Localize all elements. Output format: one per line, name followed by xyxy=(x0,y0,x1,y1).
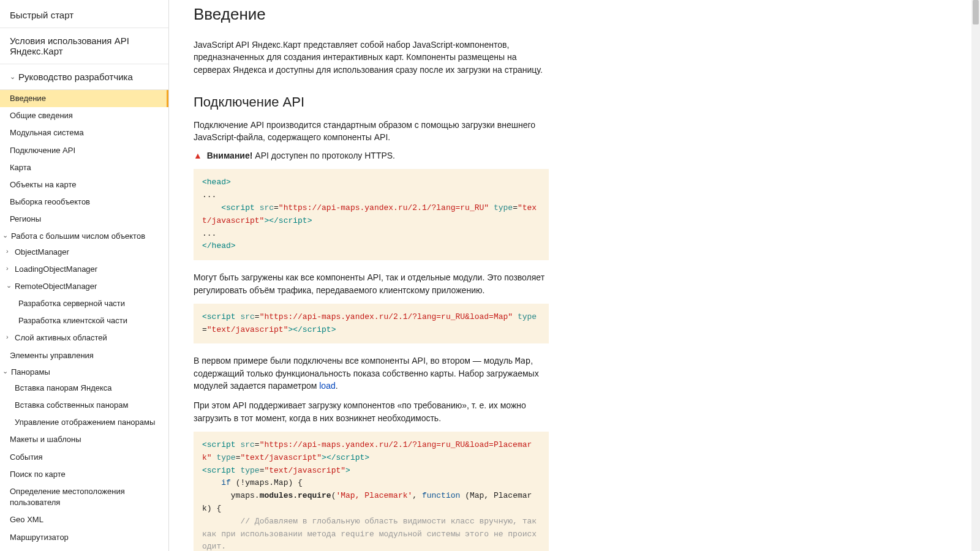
sidebar-group-big-objects[interactable]: ⌄ Работа с большим числом объектов xyxy=(0,228,168,244)
sidebar-item-modular[interactable]: Модульная система xyxy=(0,124,168,141)
alert-label: Внимание! xyxy=(207,151,253,160)
connect-paragraph: Подключение API производится стандартным… xyxy=(194,119,549,144)
section-heading-connect-api: Подключение API xyxy=(194,94,549,110)
example-explanation: В первом примере были подключены все ком… xyxy=(194,354,549,392)
module-name: Map xyxy=(515,356,530,365)
sidebar-item-objects-on-map[interactable]: Объекты на карте xyxy=(0,176,168,193)
sidebar-item-layouts[interactable]: Макеты и шаблоны xyxy=(0,431,168,448)
page-title: Введение xyxy=(194,5,549,24)
sidebar-item-events[interactable]: События xyxy=(0,449,168,466)
sidebar-group-label: Работа с большим числом объектов xyxy=(11,231,145,241)
intro-paragraph: JavaScript API Яндекс.Карт представляет … xyxy=(194,39,549,76)
alert-text: API доступен по протоколу HTTPS. xyxy=(252,151,395,160)
sidebar-item-quickstart[interactable]: Быстрый старт xyxy=(0,2,168,28)
chevron-right-icon: › xyxy=(6,264,12,275)
sidebar-section-label: Руководство разработчика xyxy=(18,72,133,82)
sidebar-item-geo-selection[interactable]: Выборка геообъектов xyxy=(0,193,168,211)
sidebar-group-panoramas[interactable]: ⌄ Панорамы xyxy=(0,364,168,380)
sidebar-item-loading-object-manager[interactable]: › LoadingObjectManager xyxy=(0,261,168,278)
warning-alert: ▲ Внимание! API доступен по протоколу HT… xyxy=(194,151,549,160)
sidebar-item-client-dev[interactable]: Разработка клиентской части xyxy=(0,312,168,329)
sidebar-item-active-layer[interactable]: › Слой активных областей xyxy=(0,329,168,347)
sidebar-item-label: RemoteObjectManager xyxy=(15,281,97,292)
sidebar-item-general[interactable]: Общие сведения xyxy=(0,107,168,124)
sidebar-item-custom-panoramas[interactable]: Вставка собственных панорам xyxy=(0,397,168,414)
sidebar-item-label: ObjectManager xyxy=(15,247,69,258)
sidebar-group-label: Панорамы xyxy=(11,367,50,377)
sidebar-item-label: LoadingObjectManager xyxy=(15,264,97,275)
on-demand-paragraph: При этом API поддерживает загрузку компо… xyxy=(194,399,549,424)
chevron-right-icon: › xyxy=(6,332,12,343)
chevron-down-icon: ⌄ xyxy=(10,73,16,81)
modules-paragraph: Могут быть загружены как все компоненты … xyxy=(194,271,549,296)
sidebar-item-server-dev[interactable]: Разработка серверной части xyxy=(0,295,168,312)
warning-icon: ▲ xyxy=(194,151,202,160)
chevron-down-icon: ⌄ xyxy=(2,231,9,239)
sidebar-item-terms[interactable]: Условия использования API Яндекс.Карт xyxy=(0,28,168,64)
sidebar-item-regions[interactable]: Регионы xyxy=(0,211,168,228)
sidebar-item-controls[interactable]: Элементы управления xyxy=(0,347,168,364)
sidebar-item-label: Слой активных областей xyxy=(15,332,107,343)
sidebar-item-map[interactable]: Карта xyxy=(0,159,168,176)
load-param-link[interactable]: load xyxy=(319,381,335,391)
code-block-1: <head> ... <script src="https://api-maps… xyxy=(194,169,549,260)
sidebar-item-panorama-display[interactable]: Управление отображением панорамы xyxy=(0,414,168,431)
sidebar-item-map-search[interactable]: Поиск по карте xyxy=(0,466,168,483)
sidebar-item-remote-object-manager[interactable]: ⌄ RemoteObjectManager xyxy=(0,278,168,295)
sidebar-item-router[interactable]: Маршрутизатор xyxy=(0,529,168,546)
sidebar-item-geolocation[interactable]: Определение местоположения пользователя xyxy=(0,483,168,511)
scrollbar-thumb[interactable] xyxy=(973,0,979,24)
sidebar-item-object-manager[interactable]: › ObjectManager xyxy=(0,244,168,261)
sidebar-section-dev-guide[interactable]: ⌄ Руководство разработчика xyxy=(0,64,168,90)
chevron-right-icon: › xyxy=(6,247,12,258)
sidebar-item-geolink[interactable]: Геоссылка xyxy=(0,546,168,551)
sidebar-nav: Быстрый старт Условия использования API … xyxy=(0,0,169,551)
sidebar-item-connect-api[interactable]: Подключение API xyxy=(0,142,168,159)
chevron-down-icon: ⌄ xyxy=(6,281,12,292)
code-block-2: <script src="https://api-maps.yandex.ru/… xyxy=(194,304,549,344)
sidebar-item-intro[interactable]: Введение xyxy=(0,90,168,107)
sidebar-item-geoxml[interactable]: Geo XML xyxy=(0,511,168,528)
page-scrollbar[interactable] xyxy=(971,0,980,551)
code-block-3: <script src="https://api-maps.yandex.ru/… xyxy=(194,432,549,551)
main-content: Введение JavaScript API Яндекс.Карт пред… xyxy=(169,0,980,551)
chevron-down-icon: ⌄ xyxy=(2,367,9,375)
sidebar-item-yandex-panoramas[interactable]: Вставка панорам Яндекса xyxy=(0,380,168,397)
